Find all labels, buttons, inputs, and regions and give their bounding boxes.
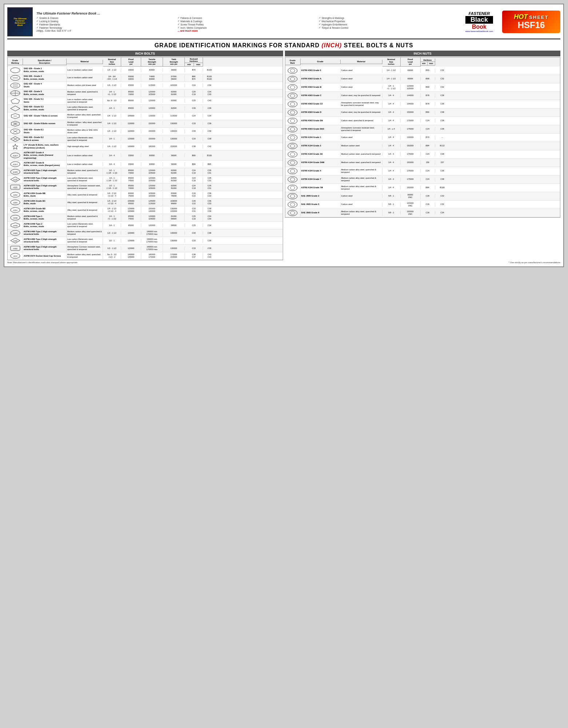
nut-hardness-max: C38: [435, 94, 450, 98]
bolts-col-nominal: NominalSizeinches: [103, 58, 121, 67]
nut-grade-icon: [285, 209, 301, 217]
bolt-rockwell-max: C34C30: [203, 214, 216, 221]
nut-proof-load: 150000: [401, 110, 421, 114]
bolts-section-header: INCH BOLTS: [7, 51, 283, 56]
nut-grade: ASTM A563 Grade A: [301, 77, 341, 81]
bolt-rockwell-max: C36C33: [203, 191, 216, 198]
bolt-grade-icon: A325: [8, 183, 23, 191]
bolt-tensile: 150000 min170000 max: [141, 230, 163, 236]
book-text: Book: [465, 24, 493, 30]
svg-point-54: [288, 76, 297, 82]
bullet-11: ✓ Inch / Metric Comparison: [178, 26, 315, 29]
bolt-yield: 100000: [163, 83, 185, 87]
bullet-3: ✓ Strengths & Markings: [319, 16, 456, 19]
book-cover: The UltimateFastenerReferenceBook: [7, 7, 33, 36]
bolt-rockwell-min: C33: [185, 129, 203, 133]
hardness-max-header: max: [194, 63, 203, 66]
svg-text:A325: A325: [13, 171, 17, 173]
svg-point-86: [288, 210, 297, 216]
svg-text:A325: A325: [13, 186, 17, 189]
bolt-proof-load: 33000: [121, 154, 141, 158]
bolt-rockwell-max: B100: [203, 68, 216, 72]
bullet-1: ✓ Grades & Classes: [36, 16, 174, 19]
nut-grade: SAE J995 Grade 8: [301, 211, 341, 215]
fastener-logo: FASTENER Black Book www.fastenerblackboo…: [465, 11, 493, 32]
nut-hardness-max: C32: [435, 194, 450, 198]
bolt-proof-load: 120000: [121, 137, 141, 141]
bolt-spec: ASTM A449 Type 1Bolts, screws, studs: [23, 214, 67, 221]
nut-proof-load: 120000105000: [401, 84, 421, 91]
nut-proof-load: 150000UNC: [401, 210, 421, 216]
bolt-grade-icon: A490: [8, 237, 23, 244]
bolt-proof-load: 33000: [121, 162, 141, 166]
bolt-proof-load: 120000: [121, 231, 141, 235]
nuts-col-proof: ProofLoadpsi: [401, 58, 421, 67]
bolt-yield: 9200081000: [163, 169, 185, 175]
bolt-proof-load: 120000: [121, 246, 141, 250]
black-text: Black: [465, 16, 493, 24]
bullet-10: ✓ Fastener Terminology: [36, 26, 174, 29]
nut-nominal: 1/4 - 4: [382, 169, 401, 173]
svg-point-52: [288, 68, 297, 74]
bolt-proof-load: 145000: [121, 145, 141, 149]
bolt-rockwell-max: C40: [203, 99, 216, 103]
nut-hardness-max: 237: [435, 161, 450, 165]
bolt-nominal: 1/4 - 1: [103, 223, 121, 228]
bolt-rockwell-min: B70: [185, 68, 203, 72]
bolt-tensile: 120000105000: [141, 184, 163, 190]
bolt-rockwell-max: C43C43: [203, 253, 216, 259]
bolt-rockwell-min: C24C19: [185, 184, 203, 190]
nut-material: Medium carbon alloy steel, quenched & te…: [341, 168, 382, 174]
nuts-col-material: Material: [341, 60, 382, 64]
table-row: SAE 429 - Grade 5.1Sems Low or medium ca…: [8, 97, 283, 105]
nut-grade-icon: [285, 167, 301, 175]
nut-nominal: 1/4 - 4: [382, 110, 401, 114]
hot-sheet-badge: HOT SHEET HSF16: [502, 11, 560, 33]
bolt-nominal: 1/4 - 1: [103, 137, 121, 141]
bolt-tensile: 133000: [141, 114, 163, 118]
nut-hardness-max: C32: [435, 202, 450, 206]
nut-material: Medium carbon alloy steel, quenched & te…: [341, 210, 382, 216]
bolt-proof-load: 8500074000: [121, 169, 141, 175]
nut-hardness-min: C26: [421, 202, 435, 206]
bolt-yield: 9200081000: [163, 176, 185, 183]
svg-text:A354: A354: [13, 209, 17, 211]
bolt-spec: SAE 429 - Grade 8.2Bolts & screws: [23, 135, 67, 142]
nut-grade: ASTM A563 Grade DH: [301, 119, 341, 123]
bolt-grade-icon: A307: [8, 161, 23, 168]
bolt-proof-load: 120000: [121, 129, 141, 133]
nut-hardness-min: B84: [421, 186, 435, 190]
nut-hardness-min: B78: [421, 102, 435, 106]
bolt-spec: SAE 429 - Grade 2Bolts, screws, studs: [23, 74, 67, 81]
bolt-proof-load: 8000075000: [121, 191, 141, 198]
table-row: ASTM A563 Grade 0 Carbon steel 1/4 - 1 1…: [285, 67, 560, 75]
bolt-nominal: 1/4 - 1 1/2: [103, 129, 121, 133]
bolt-proof-load: 120000105000: [121, 207, 141, 213]
bolt-tensile: 150000: [141, 129, 163, 133]
bolt-proof-load: 8500074000: [121, 90, 141, 96]
bolt-rockwell-min: C24: [185, 83, 203, 87]
table-row: SAE J995 Grade 5 Carbon steel 5/8 - 1 12…: [285, 201, 560, 209]
bolt-rockwell-max: C34C30: [203, 90, 216, 96]
bolt-rockwell-min: C24: [185, 114, 203, 118]
bolt-yield: 58000: [163, 223, 185, 228]
nut-hardness-min: C24: [421, 169, 435, 173]
svg-point-66: [288, 126, 297, 132]
svg-point-64: [288, 118, 297, 124]
nuts-hardness-max: max: [428, 62, 435, 65]
bolt-spec: ASTM A490 Type 1 High strength structura…: [23, 230, 67, 237]
nut-hardness-min: B68: [421, 77, 435, 81]
table-row: SAE 429 - Grade 7 Bolts & screws Medium …: [8, 112, 283, 120]
nut-hardness-min: B55: [421, 68, 435, 72]
nut-hardness-max: C38: [435, 127, 450, 131]
bolt-nominal: 1/4 - 1: [103, 106, 121, 110]
bolt-spec: ASTM A449 Type 2Bolts, screws, studs: [23, 222, 67, 229]
nut-grade: ASTM A194 Grade 2HM: [301, 161, 341, 165]
bullet-6: ✓ Mechanical Properties: [319, 20, 456, 23]
bolt-material: Atmospheric Corrision resistant steel, q…: [67, 245, 103, 252]
bolt-grade-icon: A354: [8, 206, 23, 214]
svg-text:A490: A490: [13, 248, 17, 250]
bolt-nominal: 1/4 - 1>1 - 1 1/2: [103, 214, 121, 221]
bolt-yield: 92000: [163, 99, 185, 103]
bolts-col-headers: GradeMarking Specification /Description …: [7, 57, 283, 67]
